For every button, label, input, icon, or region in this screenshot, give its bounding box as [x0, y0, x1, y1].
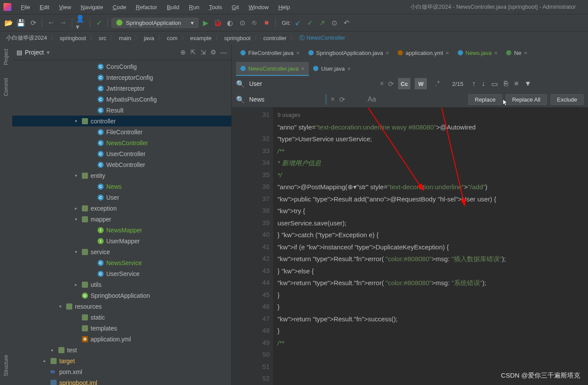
tree-item[interactable]: CMybatisPlusConfig: [12, 94, 231, 105]
editor-tab[interactable]: Ne×: [502, 46, 531, 60]
tree-item[interactable]: templates: [12, 323, 231, 334]
history-replace-icon[interactable]: ⟳: [339, 95, 345, 104]
tree-item[interactable]: ▸exception: [12, 203, 231, 214]
menu-window[interactable]: Window: [244, 2, 273, 12]
menu-tools[interactable]: Tools: [205, 2, 226, 12]
replace-all-button[interactable]: Replace All: [506, 94, 547, 105]
expand-all-icon[interactable]: ⇱: [190, 48, 196, 56]
git-pull-icon[interactable]: ↙: [292, 17, 303, 28]
tree-item[interactable]: CUserController: [12, 148, 231, 159]
run-icon[interactable]: ▶: [200, 17, 211, 28]
replace-input[interactable]: [247, 94, 326, 105]
menu-refactor[interactable]: Refactor: [132, 2, 162, 12]
clear-find-icon[interactable]: ×: [380, 80, 384, 88]
git-commit-icon[interactable]: ✓: [304, 17, 315, 28]
profile-icon[interactable]: ⊙: [237, 17, 247, 28]
menu-edit[interactable]: Edit: [35, 2, 54, 12]
tree-item[interactable]: ▾controller: [12, 116, 231, 126]
breadcrumb-item[interactable]: com: [165, 35, 179, 41]
code-content[interactable]: 9 usages "anno" style="text-decoration:u…: [273, 108, 588, 385]
menu-navigate[interactable]: Navigate: [76, 2, 107, 12]
git-revert-icon[interactable]: ↶: [341, 17, 351, 28]
settings-find-icon[interactable]: ≡: [514, 80, 518, 88]
tree-item[interactable]: ▾entity: [12, 170, 231, 181]
tree-item[interactable]: CUser: [12, 192, 231, 203]
tree-item[interactable]: ▸test: [12, 344, 231, 355]
open-icon[interactable]: 📂: [3, 17, 14, 28]
select-opened-icon[interactable]: ⊕: [180, 48, 186, 56]
collapse-all-icon[interactable]: ⇲: [200, 48, 206, 56]
menu-git[interactable]: Git: [227, 2, 243, 12]
tree-item[interactable]: ▸utils: [12, 279, 231, 290]
tree-item[interactable]: ⊙SpringbootApplication: [12, 290, 231, 301]
breadcrumb-item[interactable]: 小白做毕设2024: [4, 34, 49, 42]
clear-replace-icon[interactable]: ×: [331, 95, 335, 103]
tree-item[interactable]: CInterceptorConfig: [12, 72, 231, 83]
menu-build[interactable]: Build: [162, 2, 184, 12]
code-editor[interactable]: 31 3233343536373839404142434445464748495…: [232, 108, 588, 385]
git-history-icon[interactable]: ⊙: [329, 17, 339, 28]
vcs-update-icon[interactable]: ✓: [94, 17, 104, 28]
tree-item[interactable]: ▾service: [12, 246, 231, 257]
project-tree[interactable]: CCorsConfigCInterceptorConfigCJwtInterce…: [12, 60, 231, 385]
menu-view[interactable]: View: [54, 2, 75, 12]
project-tool-tab[interactable]: Project: [3, 49, 9, 65]
save-icon[interactable]: 💾: [16, 17, 26, 28]
coverage-icon[interactable]: ◐: [225, 17, 235, 28]
filter-icon[interactable]: ▼: [524, 80, 531, 88]
tree-item[interactable]: CFileController: [12, 126, 231, 137]
menu-code[interactable]: Code: [108, 2, 131, 12]
breadcrumb-item[interactable]: example: [189, 35, 213, 41]
select-all-icon[interactable]: ▭: [491, 80, 498, 88]
tree-item[interactable]: CNewsController: [12, 137, 231, 148]
match-case-button[interactable]: Cc: [398, 78, 410, 89]
replace-button[interactable]: Replace: [468, 94, 502, 105]
editor-tab[interactable]: News.java×: [453, 46, 502, 60]
back-icon[interactable]: ←: [46, 17, 56, 28]
preserve-case-button[interactable]: Aa: [366, 94, 378, 105]
find-input[interactable]: [247, 78, 375, 89]
run-config-dropdown[interactable]: SpringbootApplication ▾: [112, 18, 199, 28]
stop-icon[interactable]: ■: [261, 17, 272, 28]
breadcrumb-item[interactable]: springboot: [58, 35, 88, 41]
editor-tab[interactable]: User.java×: [309, 62, 355, 76]
attach-icon[interactable]: ⎋: [249, 17, 260, 28]
regex-button[interactable]: .*: [431, 78, 443, 89]
editor-tab[interactable]: application.yml×: [393, 46, 453, 60]
tree-item[interactable]: static: [12, 312, 231, 323]
breadcrumb-item[interactable]: Ⓒ NewsController: [297, 34, 347, 42]
menu-help[interactable]: Help: [274, 2, 294, 12]
git-push-icon[interactable]: ↗: [317, 17, 327, 28]
prev-match-icon[interactable]: ↑: [472, 80, 476, 88]
editor-tab[interactable]: NewsController.java×: [236, 62, 309, 76]
tree-item[interactable]: CCorsConfig: [12, 61, 231, 72]
editor-tab[interactable]: SpringbootApplication.java×: [304, 46, 394, 60]
editor-tab[interactable]: FileController.java×: [236, 46, 304, 60]
user-icon[interactable]: 👤▾: [76, 17, 86, 28]
tree-item[interactable]: INewsMapper: [12, 225, 231, 235]
menu-run[interactable]: Run: [185, 2, 204, 12]
new-window-icon[interactable]: ⎘: [504, 80, 508, 88]
tree-item[interactable]: ▾mapper: [12, 214, 231, 225]
tree-item[interactable]: CNews: [12, 181, 231, 192]
breadcrumb-item[interactable]: java: [142, 35, 156, 41]
tree-item[interactable]: CUserService: [12, 268, 231, 279]
tree-item[interactable]: mpom.xml: [12, 366, 231, 377]
breadcrumb-item[interactable]: springboot: [223, 35, 253, 41]
tree-item[interactable]: CNewsService: [12, 257, 231, 268]
tree-item[interactable]: springboot.iml: [12, 377, 231, 385]
forward-icon[interactable]: →: [58, 17, 68, 28]
tree-item[interactable]: ▾resources: [12, 301, 231, 312]
reload-icon[interactable]: ⟳: [28, 17, 38, 28]
tree-item[interactable]: IUserMapper: [12, 235, 231, 246]
words-button[interactable]: W: [415, 78, 427, 89]
structure-tool-tab[interactable]: Structure: [3, 355, 9, 376]
commit-tool-tab[interactable]: Commit: [3, 78, 9, 96]
exclude-button[interactable]: Exclude: [551, 94, 584, 105]
tree-item[interactable]: CResult: [12, 105, 231, 116]
menu-file[interactable]: File: [17, 2, 34, 12]
tree-item[interactable]: ▸target: [12, 355, 231, 366]
breadcrumb-item[interactable]: main: [117, 35, 133, 41]
debug-icon[interactable]: 🐞: [213, 17, 223, 28]
tree-item[interactable]: CJwtInterceptor: [12, 83, 231, 94]
